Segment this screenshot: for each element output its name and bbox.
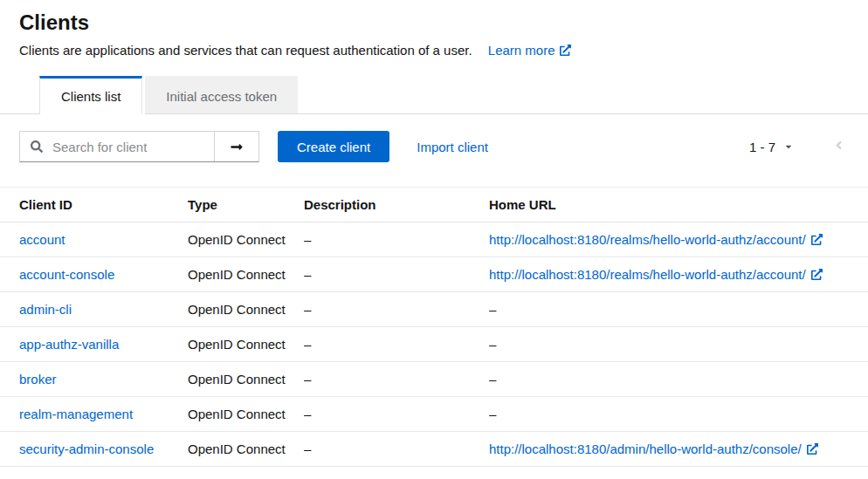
- table-row: realm-management OpenID Connect – –: [0, 397, 868, 432]
- import-client-link[interactable]: Import client: [417, 140, 488, 154]
- tab-clients-list[interactable]: Clients list: [39, 76, 142, 114]
- client-description: –: [304, 372, 311, 387]
- pagination: 1 - 7: [749, 139, 847, 154]
- client-type: OpenID Connect: [188, 372, 286, 387]
- client-id-link[interactable]: broker: [19, 372, 57, 387]
- tabs-bar: Clients list Initial access token: [0, 76, 868, 114]
- home-url-empty: –: [489, 302, 496, 317]
- column-header-client-id: Client ID: [0, 188, 188, 222]
- page-description-text: Clients are applications and services th…: [19, 43, 472, 58]
- home-url-link[interactable]: http://localhost:8180/realms/hello-world…: [489, 267, 823, 282]
- tabs-leading-spacer: [0, 76, 39, 114]
- table-row: broker OpenID Connect – –: [0, 362, 868, 397]
- client-type: OpenID Connect: [188, 407, 286, 421]
- client-description: –: [304, 441, 311, 456]
- clients-table: Client ID Type Description Home URL acco…: [0, 187, 868, 467]
- column-header-type: Type: [188, 188, 304, 222]
- external-link-icon: [807, 443, 818, 455]
- pagination-range-label: 1 - 7: [749, 140, 775, 154]
- client-type: OpenID Connect: [188, 441, 286, 456]
- pagination-prev-button[interactable]: [835, 139, 843, 154]
- external-link-icon: [560, 44, 571, 56]
- client-description: –: [304, 267, 311, 282]
- learn-more-link[interactable]: Learn more: [488, 43, 571, 58]
- pagination-range-dropdown[interactable]: 1 - 7: [749, 140, 793, 154]
- tab-initial-access-token[interactable]: Initial access token: [145, 76, 298, 114]
- search-submit-button[interactable]: [214, 132, 258, 161]
- tabs-trailing-spacer: [298, 76, 868, 114]
- search-group: [19, 131, 259, 162]
- client-description: –: [304, 337, 311, 352]
- client-type: OpenID Connect: [188, 267, 286, 282]
- caret-down-icon: [784, 142, 793, 151]
- page-title: Clients: [19, 10, 847, 35]
- client-id-link[interactable]: admin-cli: [19, 302, 72, 317]
- table-row: account-console OpenID Connect – http://…: [0, 257, 868, 292]
- client-id-link[interactable]: account: [19, 232, 65, 247]
- page-subtitle: Clients are applications and services th…: [19, 43, 847, 58]
- table-row: security-admin-console OpenID Connect – …: [0, 432, 868, 467]
- client-type: OpenID Connect: [188, 337, 286, 352]
- client-description: –: [304, 232, 311, 247]
- column-header-home-url: Home URL: [489, 188, 868, 222]
- tab-initial-access-token-label: Initial access token: [166, 89, 277, 104]
- page-header: Clients Clients are applications and ser…: [0, 0, 868, 58]
- client-id-link[interactable]: realm-management: [19, 407, 133, 421]
- clients-page: Clients Clients are applications and ser…: [0, 0, 868, 467]
- table-row: account OpenID Connect – http://localhos…: [0, 222, 868, 257]
- search-icon: [31, 140, 43, 153]
- client-type: OpenID Connect: [188, 232, 286, 247]
- external-link-icon: [811, 234, 823, 245]
- client-id-link[interactable]: security-admin-console: [19, 441, 154, 456]
- column-header-description: Description: [304, 188, 489, 222]
- home-url-empty: –: [489, 372, 496, 387]
- home-url-empty: –: [489, 337, 496, 352]
- table-header-row: Client ID Type Description Home URL: [0, 188, 868, 222]
- external-link-icon: [811, 269, 823, 280]
- arrow-right-icon: [230, 140, 244, 154]
- chevron-left-icon: [835, 139, 843, 152]
- home-url-empty: –: [489, 407, 496, 421]
- search-input[interactable]: [51, 139, 214, 155]
- table-row: app-authz-vanilla OpenID Connect – –: [0, 327, 868, 362]
- toolbar: Create client Import client 1 - 7: [0, 114, 868, 162]
- home-url-link[interactable]: http://localhost:8180/realms/hello-world…: [489, 232, 823, 247]
- client-description: –: [304, 302, 311, 317]
- client-description: –: [304, 407, 311, 421]
- tab-clients-list-label: Clients list: [61, 89, 121, 104]
- create-client-button[interactable]: Create client: [278, 131, 389, 162]
- table-row: admin-cli OpenID Connect – –: [0, 292, 868, 327]
- client-id-link[interactable]: account-console: [19, 267, 114, 282]
- learn-more-label: Learn more: [488, 43, 555, 58]
- home-url-link[interactable]: http://localhost:8180/admin/hello-world-…: [489, 441, 818, 456]
- client-type: OpenID Connect: [188, 302, 286, 317]
- client-id-link[interactable]: app-authz-vanilla: [19, 337, 119, 352]
